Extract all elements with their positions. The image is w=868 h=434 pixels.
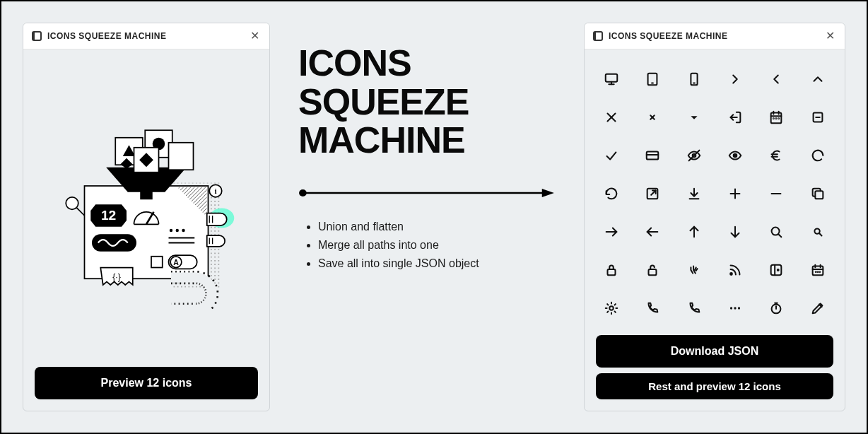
mobile-icon[interactable] xyxy=(679,65,710,93)
monitor-icon[interactable] xyxy=(596,65,627,93)
euro-icon[interactable] xyxy=(761,141,792,170)
rss-icon[interactable] xyxy=(720,256,751,284)
calendar-icon[interactable] xyxy=(761,103,792,131)
svg-point-93 xyxy=(816,271,816,272)
sidebar-icon[interactable] xyxy=(761,256,792,284)
logout-icon[interactable] xyxy=(720,103,751,131)
svg-point-98 xyxy=(734,307,737,309)
external-icon[interactable] xyxy=(637,180,668,208)
svg-rect-8 xyxy=(140,191,153,199)
illustration-count: 12 xyxy=(101,208,116,223)
refresh-partial-icon[interactable] xyxy=(802,141,833,170)
svg-rect-89 xyxy=(812,266,823,276)
right-body: Download JSON Rest and preview 12 icons xyxy=(585,49,845,411)
right-title: ICONS SQUEEZE MACHINE xyxy=(609,31,819,41)
svg-point-65 xyxy=(734,154,737,158)
lock-icon[interactable] xyxy=(596,256,627,284)
svg-rect-86 xyxy=(771,265,782,276)
date-picker-icon[interactable] xyxy=(802,256,833,284)
svg-point-20 xyxy=(170,228,172,231)
svg-point-99 xyxy=(738,307,740,309)
svg-point-56 xyxy=(773,118,774,119)
close-icon[interactable]: ✕ xyxy=(249,29,261,43)
svg-line-6 xyxy=(76,207,84,215)
left-body: i 1 xyxy=(23,49,269,411)
arrow-right-icon[interactable] xyxy=(596,218,627,246)
svg-rect-83 xyxy=(608,269,616,275)
search-small-icon[interactable] xyxy=(802,218,833,246)
right-titlebar: ICONS SQUEEZE MACHINE ✕ xyxy=(585,23,845,49)
unlock-icon[interactable] xyxy=(637,256,668,284)
svg-rect-39 xyxy=(606,74,618,82)
arrow-left-icon[interactable] xyxy=(637,218,668,246)
edit-icon[interactable] xyxy=(802,294,833,322)
feature-list: Union and flatten Merge all paths into o… xyxy=(298,215,556,276)
phone-alt-icon[interactable] xyxy=(679,294,710,322)
undo-icon[interactable] xyxy=(596,180,627,208)
svg-point-95 xyxy=(819,271,820,272)
svg-rect-84 xyxy=(649,269,657,275)
svg-point-97 xyxy=(730,307,732,309)
check-icon[interactable] xyxy=(596,141,627,170)
headline-line1: ICONS xyxy=(298,44,556,83)
svg-text:i: i xyxy=(214,187,216,195)
svg-marker-50 xyxy=(691,116,697,119)
tablet-icon[interactable] xyxy=(637,65,668,93)
chevron-right-icon[interactable] xyxy=(720,65,751,93)
chevron-left-icon[interactable] xyxy=(761,65,792,93)
app-icon xyxy=(32,31,42,41)
svg-point-57 xyxy=(776,118,777,119)
card-icon[interactable] xyxy=(637,141,668,170)
headline: ICONS SQUEEZE MACHINE xyxy=(298,44,556,160)
minus-icon[interactable] xyxy=(761,180,792,208)
left-title: ICONS SQUEEZE MACHINE xyxy=(47,31,243,41)
svg-point-96 xyxy=(609,306,614,310)
peace-icon[interactable] xyxy=(679,256,710,284)
svg-line-80 xyxy=(779,235,782,237)
x-small-icon[interactable] xyxy=(637,103,668,131)
svg-rect-16 xyxy=(169,142,194,170)
eye-off-icon[interactable] xyxy=(679,141,710,170)
chevron-up-icon[interactable] xyxy=(802,65,833,93)
eye-icon[interactable] xyxy=(720,141,751,170)
svg-text:{·}: {·} xyxy=(112,272,121,282)
svg-point-36 xyxy=(299,189,307,197)
app-icon xyxy=(593,31,603,41)
machine-illustration: i 1 xyxy=(35,61,258,367)
svg-point-58 xyxy=(779,118,780,119)
headline-line2: SQUEEZE xyxy=(298,83,556,122)
phone-icon[interactable] xyxy=(637,294,668,322)
flow-arrow xyxy=(298,188,556,194)
svg-rect-74 xyxy=(815,191,823,199)
right-panel: ICONS SQUEEZE MACHINE ✕ Download JSON Re… xyxy=(584,23,845,411)
note-icon[interactable] xyxy=(802,103,833,131)
close-icon[interactable]: ✕ xyxy=(824,29,836,43)
search-icon[interactable] xyxy=(761,218,792,246)
arrow-up-icon[interactable] xyxy=(679,218,710,246)
gear-icon[interactable] xyxy=(596,294,627,322)
download-icon[interactable] xyxy=(679,180,710,208)
reset-preview-button[interactable]: Rest and preview 12 icons xyxy=(596,373,833,399)
svg-line-82 xyxy=(819,233,822,236)
plus-icon[interactable] xyxy=(720,180,751,208)
icon-grid xyxy=(596,61,833,335)
svg-point-94 xyxy=(817,271,818,272)
svg-point-21 xyxy=(176,228,179,231)
preview-button[interactable]: Preview 12 icons xyxy=(35,367,258,399)
more-icon[interactable] xyxy=(720,294,751,322)
x-large-icon[interactable] xyxy=(596,103,627,131)
feature-item: Union and flatten xyxy=(318,221,556,233)
svg-rect-29 xyxy=(151,256,163,267)
feature-item: Merge all paths into one xyxy=(318,239,556,252)
svg-point-22 xyxy=(182,228,184,231)
timer-icon[interactable] xyxy=(761,294,792,322)
svg-point-79 xyxy=(772,228,780,235)
svg-point-85 xyxy=(730,273,732,275)
feature-item: Save all into single JSON object xyxy=(318,257,556,270)
download-json-button[interactable]: Download JSON xyxy=(596,335,833,368)
caret-down-icon[interactable] xyxy=(679,103,710,131)
svg-text:A: A xyxy=(173,258,179,266)
copy-icon[interactable] xyxy=(802,180,833,208)
left-titlebar: ICONS SQUEEZE MACHINE ✕ xyxy=(23,23,269,49)
arrow-down-icon[interactable] xyxy=(720,218,751,246)
